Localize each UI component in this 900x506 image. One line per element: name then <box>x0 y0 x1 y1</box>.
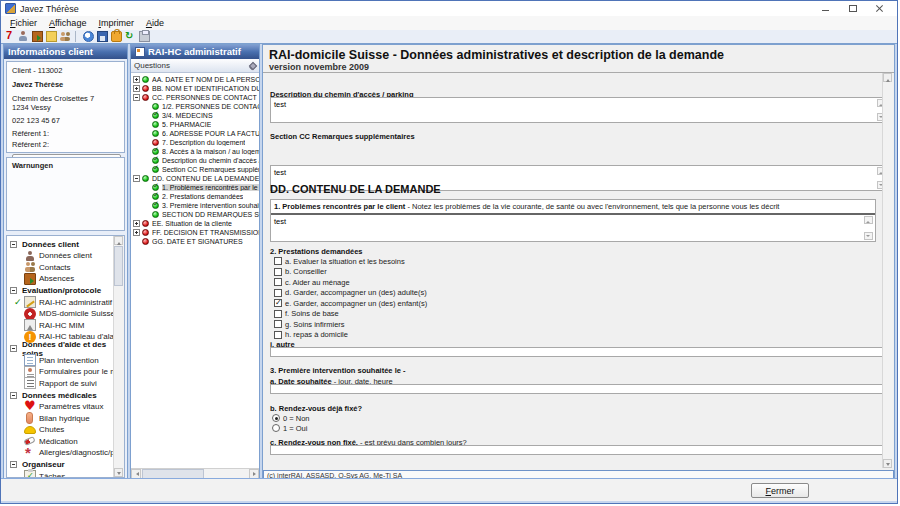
nav-item[interactable]: ✓RAI-HC MIM <box>7 320 114 332</box>
menu-item[interactable]: Fichier <box>4 17 43 29</box>
pin-icon[interactable] <box>248 62 256 70</box>
q1-textarea[interactable]: test <box>272 216 866 240</box>
exit-icon[interactable] <box>32 31 43 42</box>
tree-item[interactable]: CC. PERSONNES DE CONTACT <box>131 93 259 102</box>
checkbox-row[interactable]: d. Garder, accompagner un (des) adulte(s… <box>270 288 876 299</box>
tree-expander-icon[interactable] <box>133 85 140 92</box>
tree-expander-icon[interactable] <box>133 76 140 83</box>
menu-item[interactable]: Imprimer <box>92 17 140 29</box>
nav-item[interactable]: ✓Formulaires pour le médecin <box>7 366 114 378</box>
nav-item[interactable]: ✓Données client <box>7 250 114 262</box>
tree-item-label[interactable]: 3. Première intervention souhaitée le <box>162 202 259 209</box>
nav-item[interactable]: ✓Allergies/diagnostic/pandémie <box>7 447 114 459</box>
nav-item[interactable]: ✓Absences <box>7 273 114 285</box>
field1-textarea[interactable]: test <box>272 99 879 121</box>
maximize-button[interactable] <box>848 4 858 13</box>
tree-item[interactable]: FF. DECISION ET TRANSMISSION <box>131 228 259 237</box>
nav-scrollbar[interactable] <box>113 236 124 477</box>
menu-item[interactable]: Aide <box>140 17 170 29</box>
tree-item[interactable]: Description du chemin d'accès / parking <box>131 156 259 165</box>
tree-item-label[interactable]: 5. PHARMACIE <box>162 121 211 128</box>
collapse-icon[interactable] <box>10 241 17 248</box>
print-preview-icon[interactable] <box>139 31 150 42</box>
nav-item[interactable]: ✓Plan intervention <box>7 355 114 367</box>
tree-item[interactable]: SECTION DD REMARQUES SUPPLEMENT <box>131 210 259 219</box>
tree-item-label[interactable]: GG. DATE ET SIGNATURES <box>152 238 243 245</box>
history-clock-icon[interactable] <box>83 31 94 42</box>
tree-item-label[interactable]: 1/2. PERSONNES DE CONTACT <box>162 103 259 110</box>
tree-item-label[interactable]: 2. Prestations demandées <box>162 193 243 200</box>
nav-group-header[interactable]: Données client <box>7 238 114 250</box>
contacts-icon[interactable] <box>60 31 71 42</box>
nav-item[interactable]: ✓RAI-HC administratif <box>7 297 114 309</box>
client-icon[interactable] <box>18 31 29 42</box>
tree-item-label[interactable]: 3/4. MÉDECINS <box>162 112 213 119</box>
nav-item[interactable]: ✓Chutes <box>7 424 114 436</box>
checkbox-row[interactable]: f. Soins de base <box>270 309 876 320</box>
radio-row[interactable]: 0 = Non <box>270 413 876 423</box>
tree-item-label[interactable]: 6. ADRESSE POUR LA FACTURATION <box>162 130 259 137</box>
scroll-thumb[interactable] <box>114 246 123 286</box>
minimize-button[interactable] <box>821 4 831 13</box>
checkbox-row[interactable]: g. Soins infirmiers <box>270 319 876 330</box>
tree-item[interactable]: 8. Accès à la maison / au logement <box>131 147 259 156</box>
close-button[interactable] <box>875 4 885 13</box>
nav-item[interactable]: ✓Médication <box>7 436 114 448</box>
tree-item[interactable]: 1. Problèmes rencontrés par le client <box>131 183 259 192</box>
notes-icon[interactable] <box>46 31 57 42</box>
checkbox-row[interactable]: a. Evaluer la situation et les besoins <box>270 256 876 267</box>
tree-item-label[interactable]: CC. PERSONNES DE CONTACT <box>152 94 257 101</box>
tree-expander-icon[interactable] <box>133 229 140 236</box>
collapse-icon[interactable] <box>10 287 17 294</box>
tree-item-label[interactable]: 8. Accès à la maison / au logement <box>162 148 259 155</box>
tree-item-label[interactable]: SECTION DD REMARQUES SUPPLEMENT <box>162 211 259 218</box>
tree-item-label[interactable]: AA. DATE ET NOM DE LA PERSONNE QUI AD <box>152 76 259 83</box>
q3a-date-input[interactable] <box>270 384 882 394</box>
tree-item[interactable]: 2. Prestations demandées <box>131 192 259 201</box>
checkbox[interactable] <box>274 278 282 286</box>
nav-group-header[interactable]: Données d'aide et des soins <box>7 343 114 355</box>
radio-row[interactable]: 1 = Oui <box>270 423 876 433</box>
evaluations-7-icon[interactable] <box>4 31 15 42</box>
checkbox-row[interactable]: c. Aider au ménage <box>270 277 876 288</box>
checkbox-row[interactable]: h. repas à domicile <box>270 330 876 341</box>
scroll-down-icon[interactable] <box>114 468 123 477</box>
field-scrollbar[interactable] <box>864 216 874 240</box>
form-scrollbar[interactable] <box>882 73 893 468</box>
collapse-icon[interactable] <box>10 345 17 352</box>
radio-button[interactable] <box>272 414 280 422</box>
checkbox-row[interactable]: e. Garder, accompagner un (des) enfant(s… <box>270 298 876 309</box>
tree-item[interactable]: BB. NOM ET IDENTIFICATION DU CLIENT <box>131 84 259 93</box>
tree-item-label[interactable]: FF. DECISION ET TRANSMISSION <box>152 229 259 236</box>
checkbox[interactable] <box>274 257 282 265</box>
tree-item[interactable]: AA. DATE ET NOM DE LA PERSONNE QUI AD <box>131 75 259 84</box>
tree-item[interactable]: 6. ADRESSE POUR LA FACTURATION <box>131 129 259 138</box>
q3c-input[interactable] <box>270 445 882 455</box>
collapse-icon[interactable] <box>10 392 17 399</box>
nav-group-header[interactable]: Organiseur <box>7 459 114 471</box>
tree-item[interactable]: DD. CONTENU DE LA DEMANDE <box>131 174 259 183</box>
scroll-up-icon[interactable] <box>864 216 873 224</box>
tree-item[interactable]: 3/4. MÉDECINS <box>131 111 259 120</box>
scroll-up-icon[interactable] <box>114 236 123 245</box>
tree-expander-icon[interactable] <box>133 220 140 227</box>
menu-item[interactable]: Affichage <box>43 17 92 29</box>
tree-item[interactable]: 1/2. PERSONNES DE CONTACT <box>131 102 259 111</box>
lock-icon[interactable] <box>111 31 122 42</box>
checkbox[interactable] <box>274 331 282 339</box>
tree-item-label[interactable]: Section CC Remarques supplémentaires <box>162 166 259 173</box>
checkbox[interactable] <box>274 289 282 297</box>
nav-item[interactable]: ✓Contacts <box>7 262 114 274</box>
radio-button[interactable] <box>272 424 280 432</box>
scroll-down-icon[interactable] <box>883 459 892 468</box>
scroll-up-icon[interactable] <box>883 73 892 82</box>
tree-item[interactable]: Section CC Remarques supplémentaires <box>131 165 259 174</box>
tree-item[interactable]: EE. Situation de la cliente <box>131 219 259 228</box>
nav-item[interactable]: ✓MDS-domicile Suisse <box>7 308 114 320</box>
tree-item-label[interactable]: 7. Description du logement <box>162 139 245 146</box>
checkbox-row[interactable]: b. Conseiller <box>270 267 876 278</box>
scroll-down-icon[interactable] <box>864 232 873 240</box>
tree-item-label[interactable]: BB. NOM ET IDENTIFICATION DU CLIENT <box>152 85 259 92</box>
collapse-icon[interactable] <box>10 461 17 468</box>
tree-item[interactable]: 7. Description du logement <box>131 138 259 147</box>
